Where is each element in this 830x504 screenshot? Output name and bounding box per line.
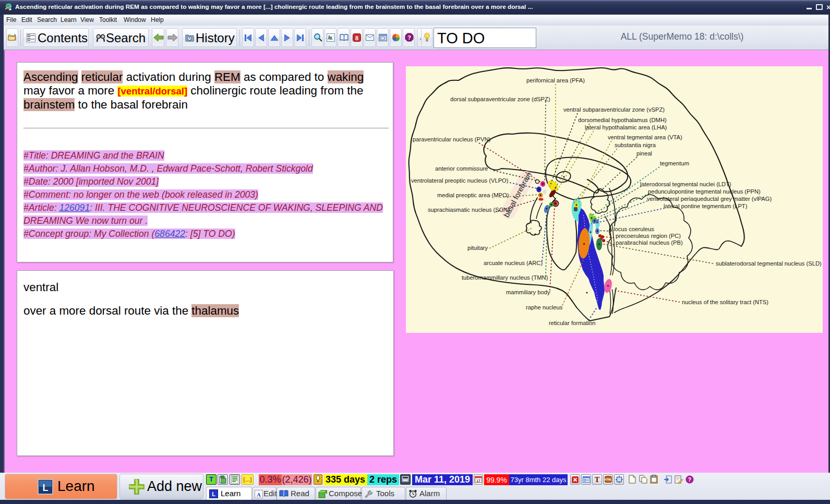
svg-text:pineal: pineal — [636, 150, 652, 157]
svg-text:perifornical area (PFA): perifornical area (PFA) — [526, 77, 585, 83]
svg-text:L: L — [43, 483, 49, 493]
svg-text:dorsomedial hypothalamus (DMH): dorsomedial hypothalamus (DMH) — [578, 117, 667, 123]
svg-text:raphe nucleus: raphe nucleus — [526, 304, 563, 310]
svg-text:arcuate nucleus (ARC): arcuate nucleus (ARC) — [484, 260, 543, 266]
svg-text:HTML: HTML — [605, 478, 612, 481]
svg-text:ventral subparaventricular zon: ventral subparaventricular zone (vSPZ) — [563, 106, 665, 113]
svg-text:L: L — [212, 491, 215, 497]
svg-text:substantia nigra: substantia nigra — [615, 142, 656, 148]
svg-text:sublaterodorsal tegmental nucl: sublaterodorsal tegmental nucleus (SLD) — [716, 260, 822, 267]
svg-text:dorsal subparaventricular zone: dorsal subparaventricular zone (dSPZ) — [450, 96, 550, 102]
svg-text:ventral tegmental area (VTA): ventral tegmental area (VTA) — [608, 134, 682, 140]
svg-text:A: A — [257, 491, 261, 498]
svg-text:paraventricular nucleus (PVN): paraventricular nucleus (PVN) — [413, 136, 491, 142]
svg-text:suprachiasmatic nucleus (SCN): suprachiasmatic nucleus (SCN) — [428, 207, 510, 213]
svg-text:17: 17 — [476, 479, 480, 483]
svg-text:8: 8 — [355, 34, 358, 42]
svg-text:reticular formation: reticular formation — [549, 320, 596, 326]
svg-text:lateral pontine tegmentum (LPT: lateral pontine tegmentum (LPT) — [664, 203, 748, 209]
svg-text:nucleus of the solitary tract: nucleus of the solitary tract (NTS) — [682, 299, 768, 305]
svg-text:anterior commissure: anterior commissure — [435, 165, 488, 172]
svg-text:lateral hypothalamic area (LHA: lateral hypothalamic area (LHA) — [585, 124, 667, 130]
svg-text:tuberomammillary nucleus (TMN): tuberomammillary nucleus (TMN) — [462, 274, 548, 281]
svg-text:locus coeruleus: locus coeruleus — [614, 226, 654, 232]
svg-text:parabrachial nucleus (PB): parabrachial nucleus (PB) — [616, 239, 683, 246]
svg-text:laterodorsal tegmental nuclei: laterodorsal tegmental nuclei (LDT) — [640, 181, 731, 187]
svg-text:?: ? — [688, 476, 691, 483]
svg-text:tegmentum: tegmentum — [660, 160, 689, 166]
svg-text:precoeruleus region (PC): precoeruleus region (PC) — [616, 233, 681, 239]
svg-text:?: ? — [407, 34, 411, 41]
svg-text:x...: x... — [380, 37, 383, 40]
svg-text:pedunculopontine tegmental nuc: pedunculopontine tegmental nucleus (PPN) — [648, 188, 761, 195]
svg-text:ventrolateral periaqueductal g: ventrolateral periaqueductal grey matter… — [647, 196, 772, 202]
svg-text:ventrolateral preoptic nucleus: ventrolateral preoptic nucleus (VLPO) — [411, 177, 509, 184]
svg-text:medial preoptic area (MPO): medial preoptic area (MPO) — [437, 192, 509, 198]
svg-text:pituitary: pituitary — [467, 245, 488, 251]
svg-text:mammiliary body: mammiliary body — [506, 289, 550, 295]
